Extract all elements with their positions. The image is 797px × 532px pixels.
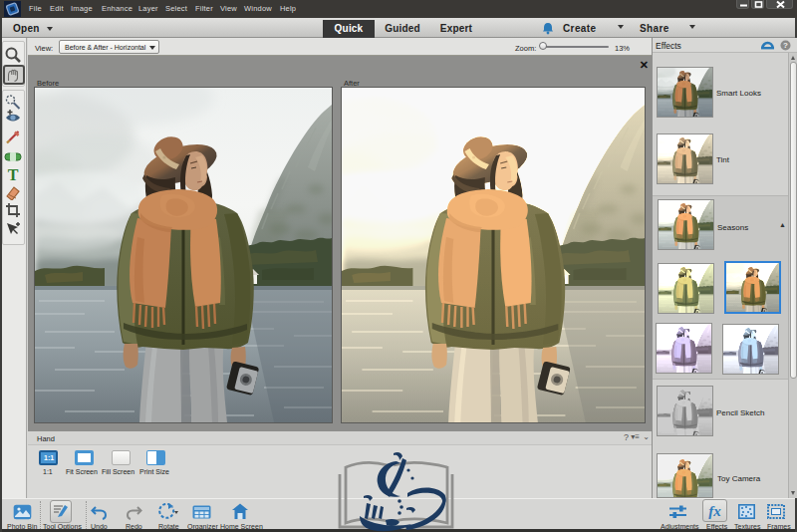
svg-text:T: T [8, 166, 19, 182]
svg-text:?: ? [783, 41, 788, 50]
svg-text:fx: fx [708, 503, 721, 519]
